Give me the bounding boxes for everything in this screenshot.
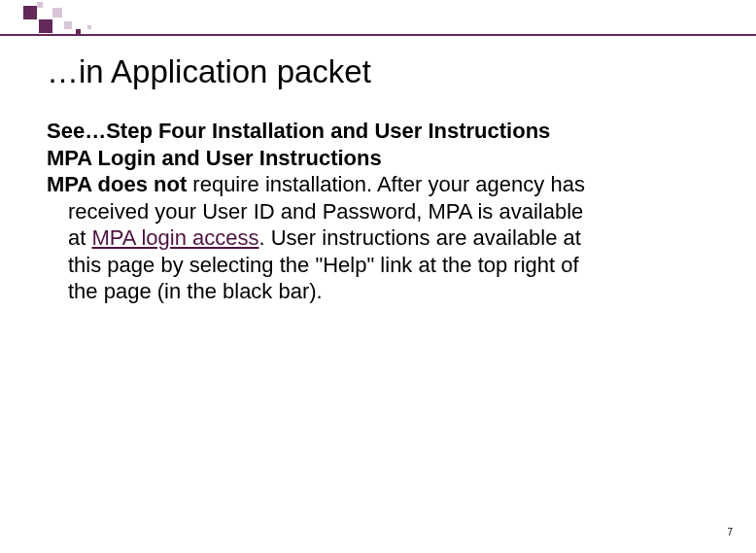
body-line5-post: . User instructions are available at (258, 225, 580, 250)
body-line3-rest: require installation. After your agency … (187, 172, 585, 196)
body-line6: this page by selecting the "Help" link a… (68, 252, 717, 279)
slide-content: …in Application packet See…Step Four Ins… (47, 53, 717, 305)
svg-rect-3 (52, 8, 62, 17)
body-line4: received your User ID and Password, MPA … (68, 198, 717, 225)
svg-rect-7 (87, 25, 91, 29)
svg-rect-2 (39, 19, 52, 33)
body-line5-pre: at (68, 225, 91, 250)
svg-rect-1 (23, 6, 37, 19)
slide-title: …in Application packet (47, 53, 717, 90)
body-line7: the page (in the black bar). (68, 278, 717, 305)
body-line3-bold: MPA does not (47, 172, 187, 196)
body-line5: at MPA login access. User instructions a… (68, 225, 717, 252)
decoration-svg (0, 0, 756, 39)
body-line1: See…Step Four Installation and User Inst… (47, 119, 550, 143)
slide-decoration (0, 0, 756, 39)
svg-rect-6 (76, 29, 81, 34)
body-line2: MPA Login and User Instructions (47, 146, 382, 170)
svg-rect-4 (37, 2, 43, 8)
body-text: See…Step Four Installation and User Inst… (47, 118, 717, 305)
mpa-login-link[interactable]: MPA login access (91, 225, 258, 250)
page-number: 7 (727, 527, 733, 537)
svg-rect-5 (64, 21, 72, 29)
